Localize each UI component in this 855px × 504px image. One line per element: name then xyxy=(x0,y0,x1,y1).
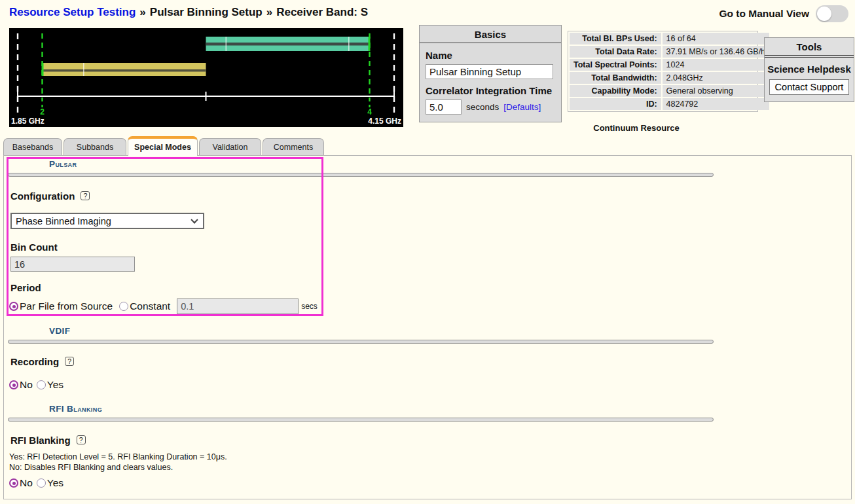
divider xyxy=(765,55,854,58)
resource-stats-table: Total Bl. BPs Used:16 of 64 Total Data R… xyxy=(568,31,758,112)
radio-recording-no[interactable] xyxy=(9,380,18,389)
help-icon[interactable]: ? xyxy=(77,435,86,444)
stat-label: Total Data Rate: xyxy=(570,46,661,58)
table-row: ID:4824792 xyxy=(570,98,769,110)
manual-view-control: Go to Manual View xyxy=(719,5,848,22)
breadcrumb-separator: » xyxy=(139,6,145,18)
bin-count-input[interactable] xyxy=(10,257,135,272)
name-label: Name xyxy=(426,50,555,61)
svg-text:1.85 GHz: 1.85 GHz xyxy=(11,117,45,126)
integration-time-unit: seconds xyxy=(466,102,499,112)
configuration-label: Configuration? xyxy=(10,190,90,202)
table-row: Total Bl. BPs Used:16 of 64 xyxy=(570,33,769,45)
tab-validation[interactable]: Validation xyxy=(199,138,261,155)
table-row: Total Spectral Points:1024 xyxy=(570,59,769,71)
radio-rfi-yes[interactable] xyxy=(37,478,46,488)
stat-label: Total Bl. BPs Used: xyxy=(570,33,661,45)
recording-label: Recording? xyxy=(10,356,74,367)
period-unit: secs xyxy=(301,302,318,311)
radio-par-file-from-source-label[interactable]: Par File from Source xyxy=(20,300,113,312)
rfi-description-line2: No: Disables RFI Blanking and clears val… xyxy=(9,463,227,473)
breadcrumb-link-resource-setup-testing[interactable]: Resource Setup Testing xyxy=(9,6,136,18)
radio-constant-label[interactable]: Constant xyxy=(130,300,170,312)
stat-label: Capability Mode: xyxy=(570,85,661,97)
table-row: Total Data Rate:37.91 MB/s or 136.46 GB/… xyxy=(570,46,769,58)
bin-count-label: Bin Count xyxy=(10,242,58,253)
radio-rfi-no-label[interactable]: No xyxy=(20,477,33,489)
section-heading-pulsar: Pulsar xyxy=(49,159,77,169)
basics-title: Basics xyxy=(420,26,561,43)
stat-value: 2.048GHz xyxy=(663,72,769,84)
stat-value: General observing xyxy=(663,85,769,97)
period-label: Period xyxy=(10,282,41,293)
stat-label: Total Bandwidth: xyxy=(570,72,661,84)
basics-panel: Basics Name Correlator Integration Time … xyxy=(419,25,562,122)
breadcrumb-receiver-band: Receiver Band: S xyxy=(276,6,368,18)
configuration-select[interactable]: Phase Binned Imaging xyxy=(10,213,204,229)
stat-value: 4824792 xyxy=(663,98,769,110)
svg-text:2: 2 xyxy=(40,107,45,117)
manual-view-toggle[interactable] xyxy=(816,5,848,22)
stat-value: 16 of 64 xyxy=(663,33,769,45)
contact-support-button[interactable]: Contact Support xyxy=(769,79,850,95)
frequency-coverage-plot: 241.85 GHz4.15 GHz xyxy=(9,28,403,127)
breadcrumb: Resource Setup Testing»Pulsar Binning Se… xyxy=(9,6,368,19)
section-heading-vdif: VDIF xyxy=(49,326,70,336)
tab-subbands[interactable]: Subbands xyxy=(64,138,126,155)
radio-recording-no-label[interactable]: No xyxy=(20,379,33,391)
svg-text:4: 4 xyxy=(367,107,372,117)
integration-time-input[interactable] xyxy=(426,99,462,115)
rfi-blanking-options: No Yes xyxy=(9,477,70,489)
section-rule xyxy=(8,418,714,422)
configuration-label-text: Configuration xyxy=(10,190,75,202)
recording-options: No Yes xyxy=(9,379,70,391)
table-row: Total Bandwidth:2.048GHz xyxy=(570,72,769,84)
radio-constant[interactable] xyxy=(119,302,128,311)
breadcrumb-resource-name: Pulsar Binning Setup xyxy=(150,6,263,18)
period-constant-input[interactable] xyxy=(177,298,299,314)
rfi-blanking-label: RFI Blanking? xyxy=(10,435,86,446)
stat-label: ID: xyxy=(570,98,661,110)
science-helpdesk-label: Science Helpdesk xyxy=(765,63,854,75)
breadcrumb-separator: » xyxy=(266,6,272,18)
stat-value: 37.91 MB/s or 136.46 GB/h xyxy=(663,46,769,58)
section-rule xyxy=(8,173,714,177)
tab-bar: Basebands Subbands Special Modes Validat… xyxy=(3,136,324,155)
correlator-integration-time-label: Correlator Integration Time xyxy=(426,85,555,96)
stat-value: 1024 xyxy=(663,59,769,71)
frequency-coverage-svg: 241.85 GHz4.15 GHz xyxy=(9,28,403,127)
section-heading-rfi-blanking: RFI Blanking xyxy=(49,404,102,414)
name-input[interactable] xyxy=(426,64,553,79)
chevron-down-icon xyxy=(191,216,198,223)
continuum-resource-label: Continuum Resource xyxy=(538,123,735,133)
configuration-selected-value: Phase Binned Imaging xyxy=(16,216,111,226)
radio-par-file-from-source[interactable] xyxy=(9,302,18,311)
radio-rfi-no[interactable] xyxy=(9,478,18,488)
tools-panel: Tools Science Helpdesk Contact Support xyxy=(764,37,854,102)
defaults-link[interactable]: [Defaults] xyxy=(503,102,541,112)
period-options: Par File from Source Constant secs xyxy=(9,298,318,315)
tools-title: Tools xyxy=(765,38,854,55)
stat-label: Total Spectral Points: xyxy=(570,59,661,71)
help-icon[interactable]: ? xyxy=(81,191,90,200)
recording-label-text: Recording xyxy=(10,356,59,367)
rfi-description: Yes: RFI Detection Level = 5. RFI Blanki… xyxy=(9,452,227,473)
section-rule xyxy=(8,340,714,344)
rfi-blanking-label-text: RFI Blanking xyxy=(10,435,71,446)
radio-recording-yes[interactable] xyxy=(37,380,46,389)
table-row: Capability Mode:General observing xyxy=(570,85,769,97)
tab-basebands[interactable]: Basebands xyxy=(3,138,62,155)
tab-comments[interactable]: Comments xyxy=(263,138,324,155)
special-modes-content-panel xyxy=(3,155,852,499)
tab-special-modes[interactable]: Special Modes xyxy=(128,136,198,156)
radio-rfi-yes-label[interactable]: Yes xyxy=(47,477,64,489)
manual-view-label: Go to Manual View xyxy=(719,8,809,20)
rfi-description-line1: Yes: RFI Detection Level = 5. RFI Blanki… xyxy=(9,452,227,463)
radio-recording-yes-label[interactable]: Yes xyxy=(47,379,64,391)
svg-text:4.15 GHz: 4.15 GHz xyxy=(368,117,401,126)
help-icon[interactable]: ? xyxy=(65,357,74,366)
toggle-knob-icon xyxy=(817,7,831,21)
